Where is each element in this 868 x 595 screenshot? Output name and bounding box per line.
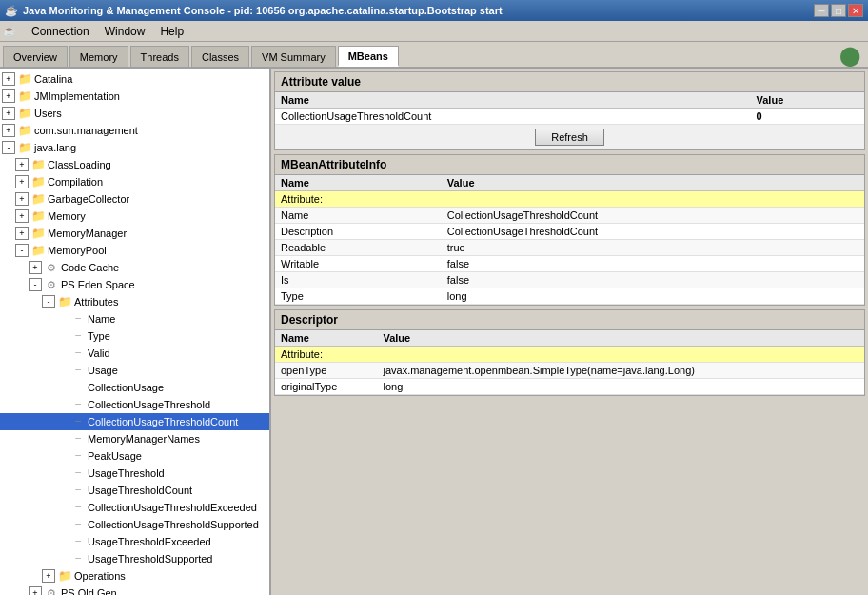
tree-item-psoldgen[interactable]: +⚙PS Old Gen [0, 585, 269, 595]
folder-icon: 📁 [30, 243, 46, 258]
tree-label-psoldgen: PS Old Gen [61, 585, 117, 595]
tree-item-attr-collectionusagethresholdsupported[interactable]: ─CollectionUsageThresholdSupported [0, 516, 269, 533]
tree-expander-users[interactable]: + [2, 107, 15, 120]
mbean-attr-row: Attribute: [275, 191, 864, 208]
tree-item-codecache[interactable]: +⚙Code Cache [0, 259, 269, 276]
mbean-attr-name-cell: Attribute: [275, 191, 442, 208]
menu-help[interactable]: Help [152, 23, 191, 40]
tree-item-attr-collectionusagethresholdcount[interactable]: ─CollectionUsageThresholdCount [0, 413, 269, 430]
tree-label-attr-usage: Usage [88, 363, 118, 378]
tree-expander-catalina[interactable]: + [2, 72, 15, 86]
av-name-header: Name [275, 92, 751, 109]
folder-icon: 📁 [30, 191, 46, 207]
tab-memory[interactable]: Memory [69, 46, 128, 67]
tree-item-compilation[interactable]: +📁Compilation [0, 173, 269, 190]
mbean-attribute-info-title: MBeanAttributeInfo [275, 155, 864, 175]
tree-expander-jmimplementation[interactable]: + [2, 89, 15, 103]
tree-label-memorypool: MemoryPool [48, 243, 107, 258]
tree-item-attr-memorymanagernames[interactable]: ─MemoryManagerNames [0, 430, 269, 447]
tree-label-attributes: Attributes [74, 294, 118, 309]
leaf-icon: ─ [70, 448, 86, 464]
menu-connection[interactable]: Connection [24, 23, 97, 40]
tree-label-attr-memorymanagernames: MemoryManagerNames [88, 431, 200, 446]
tree-item-garbagecollector[interactable]: +📁GarbageCollector [0, 190, 269, 208]
tree-item-attr-usagethresholdsupported[interactable]: ─UsageThresholdSupported [0, 550, 269, 567]
tree-expander-memory[interactable]: + [15, 209, 29, 223]
tree-expander-operations[interactable]: + [42, 569, 55, 583]
mbean-attr-name-cell: Readable [275, 240, 442, 256]
tree-label-attr-valid: Valid [88, 346, 110, 361]
tree-label-attr-collectionusagethresholdexceeded: CollectionUsageThresholdExceeded [88, 500, 257, 515]
tree-item-attr-usagethresholdcount[interactable]: ─UsageThresholdCount [0, 482, 269, 499]
tree-item-attr-collectionusagethresholdexceeded[interactable]: ─CollectionUsageThresholdExceeded [0, 499, 269, 516]
tree-label-attr-collectionusagethresholdcount: CollectionUsageThresholdCount [88, 414, 238, 429]
tree-label-operations: Operations [74, 568, 126, 584]
tree-item-memorymanager[interactable]: +📁MemoryManager [0, 225, 269, 242]
tree-expander-attributes[interactable]: - [42, 295, 55, 308]
av-row-value: 0 [751, 109, 864, 125]
mbean-attr-row: Typelong [275, 288, 864, 305]
tree-item-operations[interactable]: +📁Operations [0, 567, 269, 585]
mbean-attribute-info-section: MBeanAttributeInfo Name Value Attribute:… [274, 154, 865, 306]
tree-item-catalina[interactable]: +📁Catalina [0, 70, 269, 88]
tree-item-attr-collectionusagethreshold[interactable]: ─CollectionUsageThreshold [0, 396, 269, 413]
tree-item-attr-type[interactable]: ─Type [0, 327, 269, 345]
tree-item-attr-usagethreshold[interactable]: ─UsageThreshold [0, 465, 269, 482]
tree-expander-psoldgen[interactable]: + [29, 586, 42, 595]
tree-item-attributes[interactable]: -📁Attributes [0, 293, 269, 310]
tree-item-users[interactable]: +📁Users [0, 105, 269, 122]
tree-item-jmimplementation[interactable]: +📁JMImplementation [0, 88, 269, 105]
tree-label-jmimplementation: JMImplementation [34, 89, 120, 104]
tree-expander-codecache[interactable]: + [29, 261, 42, 274]
tab-bar: Overview Memory Threads Classes VM Summa… [0, 42, 868, 69]
descriptor-section: Descriptor Name Value Attribute:openType… [274, 309, 865, 396]
mbean-attr-value-cell: true [442, 240, 864, 256]
tree-label-memory: Memory [48, 208, 86, 224]
tree-expander-classloading[interactable]: + [15, 158, 29, 171]
tree-expander-memorypool[interactable]: - [15, 244, 29, 257]
folder-icon: 📁 [30, 174, 46, 189]
tab-mbeans[interactable]: MBeans [338, 46, 399, 67]
tree-expander-com.sun.management[interactable]: + [2, 124, 15, 137]
minimize-button[interactable]: ─ [814, 4, 829, 17]
maximize-button[interactable]: □ [831, 4, 846, 17]
folder-icon: 📁 [17, 106, 32, 121]
mbean-attr-value-cell [442, 191, 864, 208]
tree-expander-garbagecollector[interactable]: + [15, 192, 29, 206]
tree-item-classloading[interactable]: +📁ClassLoading [0, 156, 269, 173]
tree-label-memorymanager: MemoryManager [48, 226, 127, 241]
tree-item-com.sun.management[interactable]: +📁com.sun.management [0, 122, 269, 139]
tree-item-java.lang[interactable]: -📁java.lang [0, 139, 269, 156]
leaf-icon: ─ [70, 466, 86, 481]
descriptor-row: Attribute: [275, 347, 864, 363]
tree-item-attr-valid[interactable]: ─Valid [0, 345, 269, 362]
tree-item-attr-usage[interactable]: ─Usage [0, 362, 269, 379]
refresh-button[interactable]: Refresh [535, 129, 604, 146]
tree-expander-java.lang[interactable]: - [2, 141, 15, 154]
menu-window[interactable]: Window [97, 23, 153, 40]
tree-item-attr-usagethresholdexceeded[interactable]: ─UsageThresholdExceeded [0, 533, 269, 550]
mbean-attr-value-cell: CollectionUsageThresholdCount [442, 208, 864, 224]
tree-expander-compilation[interactable]: + [15, 175, 29, 188]
tab-vmsummary[interactable]: VM Summary [251, 46, 336, 67]
tab-overview[interactable]: Overview [3, 46, 68, 67]
folder-icon: 📁 [30, 226, 46, 241]
tab-classes[interactable]: Classes [191, 46, 249, 67]
attribute-value-section: Attribute value Name Value CollectionUsa… [274, 71, 865, 150]
leaf-icon: ─ [70, 551, 86, 566]
tab-threads[interactable]: Threads [130, 46, 189, 67]
tree-item-attr-peakusage[interactable]: ─PeakUsage [0, 447, 269, 465]
close-button[interactable]: ✕ [848, 4, 863, 17]
tree-item-attr-collectionusage[interactable]: ─CollectionUsage [0, 379, 269, 396]
tree-item-memory[interactable]: +📁Memory [0, 208, 269, 225]
tree-label-java.lang: java.lang [34, 140, 76, 155]
mbean-attribute-info-table: Name Value Attribute:NameCollectionUsage… [275, 175, 864, 305]
leaf-icon: ─ [70, 397, 86, 412]
tree-label-attr-usagethreshold: UsageThreshold [88, 466, 165, 481]
tree-expander-memorymanager[interactable]: + [15, 227, 29, 240]
tree-item-attr-name[interactable]: ─Name [0, 310, 269, 327]
av-row-name: CollectionUsageThresholdCount [275, 109, 751, 125]
tree-item-memorypool[interactable]: -📁MemoryPool [0, 242, 269, 259]
tree-item-psedenspace[interactable]: -⚙PS Eden Space [0, 276, 269, 293]
tree-expander-psedenspace[interactable]: - [29, 278, 42, 291]
